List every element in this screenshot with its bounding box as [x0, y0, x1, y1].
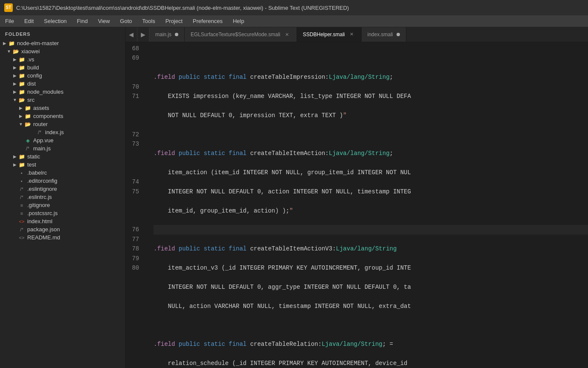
sidebar-item-app-vue[interactable]: ◈ App.vue [0, 136, 125, 144]
code-line: NOT NULL DEFAULT 0, impression TEXT, ext… [154, 111, 588, 120]
file-icon: /* [36, 129, 43, 135]
tab-ssdbhelper[interactable]: SSDBHelper.smali ✕ [297, 27, 362, 42]
folder-icon: 📂 [18, 97, 26, 103]
tab-unsaved-indicator [397, 33, 400, 36]
sidebar-item-eslintignore[interactable]: /* .eslintignore [0, 185, 125, 193]
code-line: item_action (item_id INTEGER NOT NULL, g… [154, 168, 588, 177]
code-line: INTEGER NOT NULL DEFAULT 0, aggr_type IN… [154, 282, 588, 292]
sidebar-item-xiaowei[interactable]: ▼ 📂 xiaowei [0, 47, 125, 55]
code-line: EXISTS impression (key_name VARCHAR, lis… [154, 92, 588, 101]
sidebar-item-static[interactable]: ▶ 📁 static [0, 152, 125, 161]
app-icon: ST [4, 3, 13, 12]
tab-close-button[interactable]: ✕ [348, 31, 355, 38]
sidebar-item-index-html[interactable]: <> index.html [0, 217, 125, 225]
tab-close-button[interactable]: ✕ [284, 31, 291, 38]
code-line: NULL, action VARCHAR NOT NULL, timestamp… [154, 302, 588, 311]
folder-icon: 📁 [18, 57, 26, 63]
menu-selection[interactable]: Selection [39, 15, 71, 27]
code-line: INTEGER NOT NULL DEFAULT 0, action INTEG… [154, 187, 588, 196]
file-icon: ≡ [18, 211, 26, 216]
tab-nav-back[interactable]: ◀ [126, 27, 137, 42]
menu-find[interactable]: Find [72, 15, 93, 27]
tab-index-smali[interactable]: index.smali [362, 27, 406, 42]
arrow-icon: ▶ [12, 154, 18, 159]
menu-tools[interactable]: Tools [137, 15, 160, 27]
code-line [154, 130, 588, 139]
file-icon: /* [24, 146, 31, 152]
folder-icon: 📂 [24, 121, 31, 127]
arrow-icon: ▼ [18, 122, 24, 126]
sidebar-item-babelrc[interactable]: ▪ .babelrc [0, 169, 125, 177]
sidebar-item-config[interactable]: ▶ 📁 config [0, 72, 125, 80]
arrow-icon: ▶ [12, 73, 18, 78]
tab-nav-forward[interactable]: ▶ [137, 27, 149, 42]
menu-edit[interactable]: Edit [19, 15, 39, 27]
folder-icon: 📁 [18, 73, 26, 79]
main-layout: FOLDERS ▶ 📁 node-elm-master ▼ 📂 xiaowei … [0, 27, 588, 368]
sidebar-item-src[interactable]: ▼ 📂 src [0, 96, 125, 104]
menu-preferences[interactable]: Preferences [188, 15, 228, 27]
arrow-icon: ▼ [12, 98, 18, 102]
sidebar-item-dist[interactable]: ▶ 📁 dist [0, 80, 125, 88]
sidebar: FOLDERS ▶ 📁 node-elm-master ▼ 📂 xiaowei … [0, 27, 126, 368]
code-line: .field public static final createTableIt… [154, 244, 588, 253]
menu-view[interactable]: View [93, 15, 115, 27]
sidebar-item-test[interactable]: ▶ 📁 test [0, 161, 125, 169]
sidebar-item-readme[interactable]: <> README.md [0, 233, 125, 242]
folder-icon: 📁 [18, 81, 26, 87]
title-bar: ST C:\Users\15827\Desktop\test\smali\com… [0, 0, 588, 15]
code-line: .field public static final createTableRe… [154, 339, 588, 349]
code-editor[interactable]: 68 69 70 71 72 73 74 75 76 [126, 42, 588, 368]
arrow-icon: ▶ [2, 41, 8, 46]
folder-icon: 📁 [18, 162, 26, 168]
sidebar-item-components[interactable]: ▶ 📁 components [0, 112, 125, 120]
code-line: .field public static final createTableIm… [154, 72, 588, 82]
sidebar-item-assets[interactable]: ▶ 📁 assets [0, 104, 125, 112]
sidebar-item-editorconfig[interactable]: ▪ .editorconfig [0, 177, 125, 185]
sidebar-item-node-elm-master[interactable]: ▶ 📁 node-elm-master [0, 39, 125, 47]
folder-icon: 📁 [24, 105, 31, 111]
folder-icon: 📂 [12, 49, 20, 55]
file-icon: /* [18, 227, 26, 232]
folder-icon: 📁 [18, 154, 26, 160]
code-line: .field public static final createTableIt… [154, 149, 588, 158]
file-icon: <> [18, 219, 26, 224]
folder-icon: 📁 [8, 40, 15, 46]
arrow-icon: ▶ [18, 106, 24, 110]
code-content[interactable]: .field public static final createTableIm… [147, 42, 588, 368]
file-icon: /* [18, 187, 26, 192]
folder-icon: 📁 [24, 113, 31, 119]
code-line: item_id, group_item_id, action) );" [154, 206, 588, 216]
editor-area: ◀ ▶ main.js EGLSurfaceTexture$SecureMode… [126, 27, 588, 368]
file-icon: ▪ [18, 170, 26, 175]
sidebar-item-build[interactable]: ▶ 📁 build [0, 63, 125, 72]
sidebar-item-node-modules[interactable]: ▶ 📁 node_modules [0, 88, 125, 96]
line-numbers: 68 69 70 71 72 73 74 75 76 [126, 42, 147, 368]
arrow-icon: ▶ [12, 81, 18, 86]
menu-file[interactable]: File [0, 15, 19, 27]
tab-bar: ◀ ▶ main.js EGLSurfaceTexture$SecureMode… [126, 27, 588, 42]
sidebar-item-index-js[interactable]: /* index.js [0, 128, 125, 136]
folder-icon: 📁 [18, 65, 26, 71]
file-icon: /* [18, 195, 26, 200]
sidebar-item-eslintrc[interactable]: /* .eslintrc.js [0, 193, 125, 201]
menu-help[interactable]: Help [228, 15, 249, 27]
folder-icon: 📁 [18, 89, 26, 95]
tab-main-js[interactable]: main.js [149, 27, 185, 42]
sidebar-item-postcssrc[interactable]: ≡ .postcssrc.js [0, 209, 125, 217]
sidebar-item-router[interactable]: ▼ 📂 router [0, 120, 125, 128]
arrow-icon: ▶ [12, 89, 18, 94]
tab-eglsurface[interactable]: EGLSurfaceTexture$SecureMode.smali ✕ [185, 27, 297, 42]
title-bar-text: C:\Users\15827\Desktop\test\smali\com\ss… [16, 5, 349, 11]
arrow-icon: ▶ [12, 57, 18, 62]
menu-project[interactable]: Project [160, 15, 188, 27]
sidebar-item-package-json[interactable]: /* package.json [0, 225, 125, 233]
sidebar-item-main-js[interactable]: /* main.js [0, 144, 125, 152]
sidebar-item-vs[interactable]: ▶ 📁 .vs [0, 55, 125, 63]
menu-goto[interactable]: Goto [115, 15, 137, 27]
file-icon: ≡ [18, 203, 26, 208]
code-line [154, 225, 588, 234]
tab-unsaved-indicator [175, 33, 178, 36]
code-line [154, 53, 588, 63]
sidebar-item-gitignore[interactable]: ≡ .gitignore [0, 201, 125, 209]
